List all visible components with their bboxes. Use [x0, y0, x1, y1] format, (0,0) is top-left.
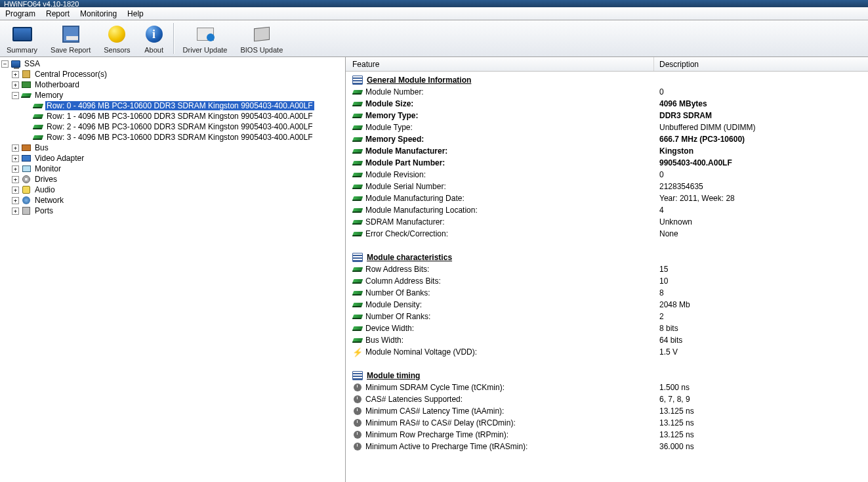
tree-item-row3[interactable]: Row: 3 - 4096 MB PC3-10600 DDR3 SDRAM Ki… — [45, 133, 314, 142]
property-name: Module Number: — [365, 87, 659, 97]
tree-item-row2[interactable]: Row: 2 - 4096 MB PC3-10600 DDR3 SDRAM Ki… — [45, 122, 314, 131]
expand-toggle[interactable]: + — [12, 197, 19, 204]
menu-program[interactable]: Program — [0, 7, 41, 20]
property-row[interactable]: Module Serial Number:2128354635 — [346, 181, 868, 192]
property-name: Module Density: — [365, 300, 659, 309]
property-row[interactable]: Module Manufacturing Location:4 — [346, 204, 868, 216]
property-value: 13.125 ns — [659, 406, 868, 416]
property-row[interactable]: Module Type:Unbuffered DIMM (UDIMM) — [346, 121, 868, 133]
group-icon — [352, 76, 363, 85]
property-row[interactable]: Module Part Number:9905403-400.A00LF — [346, 157, 868, 169]
expand-toggle[interactable]: + — [12, 165, 19, 173]
property-row[interactable]: Module Manufacturer:Kingston — [346, 145, 868, 157]
expand-toggle[interactable]: + — [12, 71, 19, 78]
property-row[interactable]: Column Address Bits:10 — [346, 275, 868, 287]
expand-toggle[interactable]: + — [12, 81, 19, 89]
tree-item-cpu[interactable]: Central Processor(s) — [33, 70, 108, 79]
property-row[interactable]: Module Size:4096 MBytes — [346, 98, 868, 110]
ram-icon — [352, 110, 363, 121]
expand-toggle[interactable]: − — [1, 60, 9, 68]
ram-icon — [352, 323, 363, 334]
ram-icon — [352, 335, 363, 345]
expand-toggle[interactable]: + — [12, 176, 19, 183]
clock-icon — [352, 441, 363, 452]
property-name: Module Nominal Voltage (VDD): — [365, 347, 659, 357]
property-row[interactable]: Number Of Ranks:2 — [346, 311, 868, 322]
property-row[interactable]: Row Address Bits:15 — [346, 263, 868, 275]
property-name: Module Size: — [365, 99, 659, 108]
ram-icon — [352, 169, 363, 180]
property-row[interactable]: ⚡Module Nominal Voltage (VDD):1.5 V — [346, 346, 868, 358]
menu-report[interactable]: Report — [41, 7, 75, 20]
tree-root-label[interactable]: SSA — [23, 59, 41, 68]
title-text: HWiNFO64 v4.10-1820 — [4, 0, 79, 7]
property-row[interactable]: Memory Speed:666.7 MHz (PC3-10600) — [346, 133, 868, 145]
property-row[interactable]: Minimum SDRAM Cycle Time (tCKmin):1.500 … — [346, 382, 868, 393]
expand-toggle[interactable]: + — [12, 144, 19, 152]
expand-toggle[interactable]: − — [12, 92, 19, 99]
property-value: None — [659, 229, 868, 238]
video-icon — [21, 153, 31, 164]
property-name: Memory Speed: — [365, 135, 659, 144]
tree-item-bus[interactable]: Bus — [33, 143, 50, 152]
property-row[interactable]: Minimum Active to Precharge Time (tRASmi… — [346, 441, 868, 452]
property-row[interactable]: Module Manufacturing Date:Year: 2011, We… — [346, 192, 868, 204]
property-row[interactable]: Minimum RAS# to CAS# Delay (tRCDmin):13.… — [346, 417, 868, 429]
tree-item-row0[interactable]: Row: 0 - 4096 MB PC3-10600 DDR3 SDRAM Ki… — [45, 101, 314, 110]
property-row[interactable]: Module Number:0 — [346, 86, 868, 98]
property-value: 64 bits — [659, 336, 868, 345]
tree-item-drives[interactable]: Drives — [33, 175, 58, 184]
property-row[interactable]: Device Width:8 bits — [346, 322, 868, 334]
tree-item-audio[interactable]: Audio — [33, 185, 56, 194]
toolbar-sensors[interactable]: Sensors — [97, 20, 136, 56]
property-row[interactable]: SDRAM Manufacturer:Unknown — [346, 216, 868, 228]
property-name: Module Type: — [365, 123, 659, 132]
toolbar-driver-update[interactable]: Driver Update — [176, 20, 234, 56]
ram-icon — [352, 299, 363, 310]
property-name: Minimum RAS# to CAS# Delay (tRCDmin): — [365, 418, 659, 427]
toolbar-save-report[interactable]: Save Report — [44, 20, 97, 56]
property-name: Minimum Row Precharge Time (tRPmin): — [365, 430, 659, 439]
tree-item-ports[interactable]: Ports — [33, 206, 54, 215]
group-header: Module characteristics — [346, 252, 868, 263]
menu-help[interactable]: Help — [122, 7, 149, 20]
toolbar-bios-update[interactable]: BIOS Update — [234, 20, 289, 56]
toolbar: Summary Save Report Sensors About Driver… — [0, 20, 868, 57]
property-row[interactable]: Error Check/Correction:None — [346, 228, 868, 240]
detail-header[interactable]: Feature Description — [346, 57, 868, 72]
property-row[interactable]: Bus Width:64 bits — [346, 334, 868, 346]
property-row[interactable]: Module Density:2048 Mb — [346, 299, 868, 311]
property-row[interactable]: Minimum CAS# Latency Time (tAAmin):13.12… — [346, 405, 868, 417]
tree-item-mb[interactable]: Motherboard — [33, 80, 81, 89]
property-name: Minimum SDRAM Cycle Time (tCKmin): — [365, 383, 659, 392]
tree-pane[interactable]: −SSA+Central Processor(s)+Motherboard−Me… — [0, 57, 346, 482]
toolbar-about[interactable]: About — [137, 20, 171, 56]
column-feature[interactable]: Feature — [346, 57, 654, 71]
column-description[interactable]: Description — [654, 57, 868, 71]
property-name: Minimum CAS# Latency Time (tAAmin): — [365, 406, 659, 416]
property-value: 0 — [659, 170, 868, 179]
property-row[interactable]: Module Revision:0 — [346, 169, 868, 181]
expand-toggle[interactable]: + — [12, 155, 19, 162]
group-icon — [352, 253, 363, 262]
property-row[interactable]: Memory Type:DDR3 SDRAM — [346, 110, 868, 121]
property-value: 4096 MBytes — [659, 99, 868, 108]
audio-icon — [21, 185, 31, 195]
property-value: DDR3 SDRAM — [659, 111, 868, 120]
toolbar-summary[interactable]: Summary — [0, 20, 44, 56]
property-row[interactable]: Number Of Banks:8 — [346, 287, 868, 299]
tree-item-memory[interactable]: Memory — [33, 91, 64, 100]
property-row[interactable]: CAS# Latencies Supported:6, 7, 8, 9 — [346, 393, 868, 405]
tree-item-video[interactable]: Video Adapter — [33, 154, 85, 163]
tree-item-row1[interactable]: Row: 1 - 4096 MB PC3-10600 DDR3 SDRAM Ki… — [45, 112, 314, 121]
property-value: 0 — [659, 87, 868, 97]
monitor-icon — [21, 164, 31, 174]
detail-body[interactable]: General Module InformationModule Number:… — [346, 72, 868, 482]
property-value: 6, 7, 8, 9 — [659, 395, 868, 404]
expand-toggle[interactable]: + — [12, 186, 19, 194]
menu-monitoring[interactable]: Monitoring — [75, 7, 122, 20]
tree-item-network[interactable]: Network — [33, 196, 65, 205]
property-row[interactable]: Minimum Row Precharge Time (tRPmin):13.1… — [346, 429, 868, 441]
tree-item-monitor[interactable]: Monitor — [33, 164, 62, 173]
expand-toggle[interactable]: + — [12, 208, 19, 215]
